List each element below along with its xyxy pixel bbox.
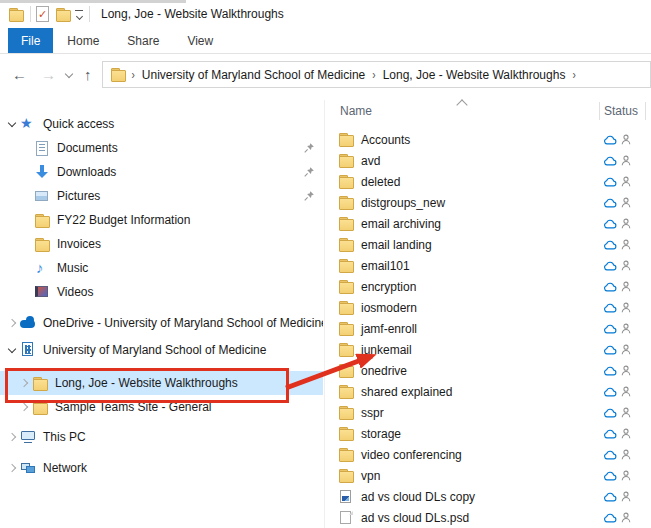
sidebar-item-label: Documents — [57, 141, 118, 155]
sidebar-item[interactable]: Videos — [0, 280, 323, 304]
file-rows: Accounts avd — [326, 129, 651, 528]
file-status — [603, 154, 632, 167]
file-status — [603, 364, 632, 377]
column-divider[interactable] — [599, 102, 600, 120]
file-icon — [338, 405, 355, 421]
customize-toolbar-dropdown-icon[interactable] — [74, 8, 84, 20]
cloud-status-icon — [603, 427, 617, 440]
cloud-status-icon — [603, 175, 617, 188]
file-name: storage — [361, 427, 401, 441]
sidebar-item-onedrive[interactable]: OneDrive - University of Maryland School… — [0, 311, 323, 335]
file-name: distgroups_new — [361, 196, 445, 210]
sidebar-item-organization[interactable]: University of Maryland School of Medicin… — [0, 338, 323, 362]
file-row[interactable]: onedrive — [326, 360, 651, 381]
sidebar-item-label: Videos — [57, 285, 93, 299]
file-icon — [338, 447, 355, 463]
address-bar[interactable]: › University of Maryland School of Medic… — [102, 61, 651, 88]
shared-person-icon — [620, 259, 632, 272]
cloud-status-icon — [603, 385, 617, 398]
chevron-right-icon[interactable] — [18, 378, 32, 388]
sidebar-item[interactable]: FY22 Budget Information — [0, 208, 323, 232]
breadcrumb[interactable]: Long, Joe - Website Walkthroughs — [381, 68, 568, 82]
sidebar-item[interactable]: Music — [0, 256, 323, 280]
file-row[interactable]: video conferencing — [326, 444, 651, 465]
chevron-right-icon[interactable] — [18, 402, 32, 412]
file-name: onedrive — [361, 364, 407, 378]
file-icon — [338, 510, 355, 526]
shared-person-icon — [620, 406, 632, 419]
chevron-right-icon[interactable] — [6, 463, 20, 473]
file-status — [603, 322, 632, 335]
sidebar-item[interactable]: Documents — [0, 136, 323, 160]
chevron-right-icon[interactable] — [6, 318, 20, 328]
column-header-name[interactable]: Name — [340, 104, 372, 118]
file-row[interactable]: Accounts — [326, 129, 651, 150]
file-name: ad vs cloud DLs copy — [361, 490, 475, 504]
file-icon — [338, 489, 355, 505]
file-icon — [338, 195, 355, 211]
sidebar-item-icon — [34, 284, 51, 300]
file-icon — [338, 342, 355, 358]
chevron-down-icon[interactable] — [6, 119, 20, 129]
pane-divider[interactable] — [324, 100, 325, 528]
chevron-right-icon[interactable] — [6, 432, 20, 442]
file-row[interactable]: distgroups_new — [326, 192, 651, 213]
shared-person-icon — [620, 448, 632, 461]
shared-person-icon — [620, 490, 632, 503]
up-button[interactable]: ↑ — [84, 67, 92, 82]
file-row[interactable]: shared explained — [326, 381, 651, 402]
shared-person-icon — [620, 196, 632, 209]
sidebar-item[interactable]: Invoices — [0, 232, 323, 256]
sidebar-item-label: OneDrive - University of Maryland School… — [43, 316, 323, 330]
file-row[interactable]: email101 — [326, 255, 651, 276]
folder-icon — [32, 375, 49, 391]
file-icon — [338, 321, 355, 337]
new-folder-quick-icon[interactable] — [55, 6, 72, 22]
shared-person-icon — [620, 322, 632, 335]
sidebar-item-this-pc[interactable]: This PC — [0, 425, 323, 449]
sidebar-item[interactable]: Long, Joe - Website Walkthroughs — [0, 371, 323, 395]
file-row[interactable]: sspr — [326, 402, 651, 423]
column-header-status[interactable]: Status — [604, 104, 638, 118]
sidebar-item-network[interactable]: Network — [0, 456, 323, 480]
ribbon-tab[interactable]: Home — [53, 28, 113, 53]
file-row[interactable]: ad vs cloud DLs copy — [326, 486, 651, 507]
back-button[interactable]: ← — [12, 67, 27, 82]
file-row[interactable]: junkemail — [326, 339, 651, 360]
sidebar-item[interactable]: Sample Teams Site - General — [0, 395, 323, 419]
file-row[interactable]: encryption — [326, 276, 651, 297]
sort-ascending-icon — [456, 99, 467, 110]
sidebar-item[interactable]: Downloads — [0, 160, 323, 184]
file-row[interactable]: deleted — [326, 171, 651, 192]
file-row[interactable]: email archiving — [326, 213, 651, 234]
chevron-down-icon[interactable] — [6, 345, 20, 355]
organization-building-icon — [20, 342, 37, 358]
cloud-status-icon — [603, 343, 617, 356]
network-icon — [20, 460, 37, 476]
file-row[interactable]: storage — [326, 423, 651, 444]
file-status — [603, 175, 632, 188]
cloud-status-icon — [603, 280, 617, 293]
file-row[interactable]: jamf-enroll — [326, 318, 651, 339]
file-row[interactable]: ad vs cloud DLs.psd — [326, 507, 651, 528]
cloud-status-icon — [603, 490, 617, 503]
ribbon-tab[interactable]: View — [173, 28, 227, 53]
sidebar-item[interactable]: Pictures — [0, 184, 323, 208]
file-row[interactable]: vpn — [326, 465, 651, 486]
recent-locations-dropdown-icon[interactable] — [65, 69, 73, 77]
file-row[interactable]: email landing — [326, 234, 651, 255]
ribbon-tab[interactable]: Share — [113, 28, 173, 53]
breadcrumb[interactable]: University of Maryland School of Medicin… — [140, 68, 367, 82]
file-name: sspr — [361, 406, 384, 420]
cloud-status-icon — [603, 196, 617, 209]
forward-button[interactable]: → — [41, 67, 56, 82]
cloud-status-icon — [603, 364, 617, 377]
column-divider[interactable] — [645, 102, 646, 120]
file-row[interactable]: avd — [326, 150, 651, 171]
properties-quick-icon[interactable] — [36, 6, 49, 22]
sidebar-item-quick-access[interactable]: Quick access — [0, 112, 323, 136]
file-row[interactable]: iosmodern — [326, 297, 651, 318]
cloud-status-icon — [603, 259, 617, 272]
file-icon — [338, 426, 355, 442]
ribbon-tab[interactable]: File — [8, 28, 53, 53]
